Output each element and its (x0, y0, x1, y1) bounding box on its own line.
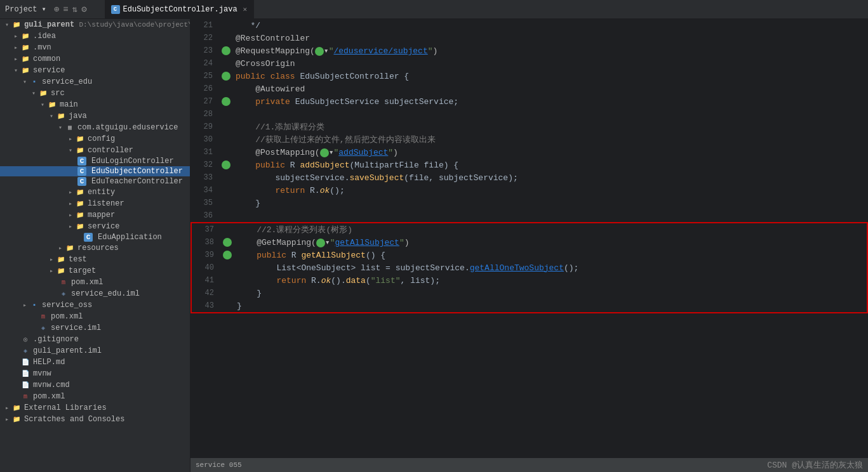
sidebar-item-ext-libs[interactable]: ▸ 📁 External Libraries (0, 402, 190, 414)
settings-icon[interactable]: ⚙ (81, 4, 86, 15)
sidebar-item-pom-root[interactable]: m pom.xml (0, 391, 190, 402)
tab-java-icon: C (111, 5, 120, 14)
service-edu-module-icon: ▪ (29, 77, 39, 87)
code-content-40: List<OneSubject> list = subjectService.g… (234, 261, 867, 274)
code-content-38: @GetMapping(▾"getAllSubject") (234, 236, 867, 249)
sidebar-item-idea[interactable]: ▸ 📁 .idea (0, 30, 190, 42)
code-table: 21 */ 22 @RestController 23 @Request (190, 19, 868, 222)
highlight-section: 37 //2.课程分类列表(树形) 38 @GetMapping(▾"getAl… (190, 222, 868, 313)
java-arrow: ▾ (47, 112, 56, 120)
sidebar-item-scratches[interactable]: ▸ 📁 Scratches and Consoles (0, 414, 190, 425)
sidebar-root[interactable]: ▾ 📁 guli_parent D:\study\java\code\proje… (0, 19, 190, 30)
scratches-label: Scratches and Consoles (24, 415, 124, 424)
entity-arrow: ▸ (66, 188, 75, 196)
sidebar-item-mvnw[interactable]: 📄 mvnw (0, 368, 190, 379)
code-content-36 (233, 209, 868, 222)
sidebar-item-gitignore[interactable]: ◎ .gitignore (0, 334, 190, 345)
mvnw-cmd-icon: 📄 (20, 380, 30, 390)
resources-folder-icon: 📁 (65, 243, 75, 253)
line-num-29: 29 (190, 121, 219, 133)
sidebar-item-resources[interactable]: ▸ 📁 resources (0, 242, 190, 254)
sync-icon[interactable]: ⊕ (54, 4, 59, 15)
sidebar-item-pom-edu[interactable]: m pom.xml (0, 277, 190, 288)
sidebar-item-edu-login[interactable]: C EduLoginController (0, 156, 190, 166)
sidebar-item-edu-subject[interactable]: C EduSubjectController (0, 166, 190, 176)
gutter-34 (219, 184, 233, 197)
gutter-31 (219, 146, 233, 159)
gutter-30 (219, 133, 233, 146)
code-line-37: 37 //2.课程分类列表(树形) (192, 223, 867, 236)
test-label: test (69, 255, 87, 264)
title-bar-icons: ⊕ ≡ ⇅ ⚙ (54, 4, 87, 15)
sidebar-item-target[interactable]: ▸ 📁 target (0, 265, 190, 277)
service-pkg-folder-icon: 📁 (75, 221, 85, 232)
code-line-35: 35 } (190, 197, 868, 209)
edu-login-icon: C (77, 157, 86, 166)
line-num-21: 21 (190, 19, 219, 32)
mvnw-cmd-label: mvnw.cmd (33, 381, 70, 390)
watermark: CSDN @认真生活的灰太狼 (767, 459, 863, 471)
tab-close-icon[interactable]: ✕ (243, 5, 248, 13)
sidebar-item-pom-oss[interactable]: m pom.xml (0, 311, 190, 322)
code-line-43: 43 } (192, 299, 867, 312)
sidebar-item-controller[interactable]: ▾ 📁 controller (0, 145, 190, 156)
sidebar-item-guli-iml[interactable]: ◈ guli_parent.iml (0, 345, 190, 357)
gutter-39 (220, 249, 234, 261)
diff-icon[interactable]: ⇅ (72, 4, 77, 15)
main-label: main (60, 100, 78, 109)
sidebar-item-config[interactable]: ▸ 📁 config (0, 133, 190, 145)
target-label: target (69, 266, 96, 275)
sidebar-item-entity[interactable]: ▸ 📁 entity (0, 187, 190, 198)
code-editor[interactable]: 21 */ 22 @RestController 23 @Request (190, 19, 868, 458)
listener-label: listener (88, 199, 124, 208)
code-line-21: 21 */ (190, 19, 868, 32)
code-content-23: @RequestMapping(▾"/eduservice/subject") (233, 44, 868, 57)
sidebar-item-listener[interactable]: ▸ 📁 listener (0, 198, 190, 209)
sidebar-item-com-atguigu[interactable]: ▾ ▦ com.atguigu.eduservice (0, 122, 190, 133)
code-line-31: 31 @PostMapping(▾"addSubject") (190, 146, 868, 159)
sidebar-item-common[interactable]: ▸ 📁 common (0, 53, 190, 65)
com-label: com.atguigu.eduservice (77, 123, 178, 132)
sidebar-item-service-edu[interactable]: ▾ ▪ service_edu (0, 76, 190, 88)
code-line-30: 30 //获取上传过来的文件,然后把文件内容读取出来 (190, 133, 868, 146)
filter-icon[interactable]: ≡ (63, 4, 68, 15)
gutter-43 (220, 299, 234, 312)
root-arrow: ▾ (3, 21, 11, 29)
sidebar-item-service-oss[interactable]: ▸ ▪ service_oss (0, 299, 190, 311)
sidebar-item-test[interactable]: ▸ 📁 test (0, 254, 190, 265)
com-arrow: ▾ (56, 124, 65, 131)
mapper-folder-icon: 📁 (75, 210, 85, 220)
code-content-34: return R.ok(); (233, 184, 868, 197)
mvn-arrow: ▸ (11, 44, 20, 51)
pom-oss-label: pom.xml (51, 312, 83, 321)
sidebar-item-main[interactable]: ▾ 📁 main (0, 99, 190, 110)
service-label: service (33, 66, 65, 75)
code-line-23: 23 @RequestMapping(▾"/eduservice/subject… (190, 44, 868, 57)
sidebar-item-help[interactable]: 📄 HELP.md (0, 357, 190, 368)
project-menu[interactable]: Project ▾ (5, 4, 46, 14)
code-content-27: private EduSubjectService subjectService… (233, 95, 868, 108)
sidebar-item-mvn[interactable]: ▸ 📁 .mvn (0, 42, 190, 53)
sidebar-item-mvnw-cmd[interactable]: 📄 mvnw.cmd (0, 379, 190, 391)
sidebar-item-service-iml[interactable]: ◈ service.iml (0, 322, 190, 334)
sidebar-item-src[interactable]: ▾ 📁 src (0, 88, 190, 99)
pom-edu-icon: m (58, 277, 69, 287)
gutter-37 (220, 223, 234, 236)
edu-teacher-label: EduTeacherController (91, 177, 183, 186)
sidebar-item-service-edu-iml[interactable]: ◈ service_edu.iml (0, 288, 190, 299)
ext-libs-arrow: ▸ (3, 404, 11, 412)
sidebar-item-service[interactable]: ▾ 📁 service (0, 65, 190, 76)
main-arrow: ▾ (38, 101, 47, 108)
gutter-41 (220, 274, 234, 287)
code-line-38: 38 @GetMapping(▾"getAllSubject") (192, 236, 867, 249)
sidebar-item-service-pkg[interactable]: ▸ 📁 service (0, 221, 190, 232)
active-tab[interactable]: C EduSubjectController.java ✕ (105, 0, 255, 19)
line-num-24: 24 (190, 57, 219, 70)
edu-subject-icon: C (77, 167, 86, 176)
sidebar-item-edu-teacher[interactable]: C EduTeacherController (0, 176, 190, 187)
sidebar-item-mapper[interactable]: ▸ 📁 mapper (0, 209, 190, 221)
sidebar-item-edu-app[interactable]: C EduApplication (0, 232, 190, 242)
gutter-42 (220, 287, 234, 299)
sidebar-item-java[interactable]: ▾ 📁 java (0, 110, 190, 122)
pom-root-label: pom.xml (33, 392, 65, 401)
